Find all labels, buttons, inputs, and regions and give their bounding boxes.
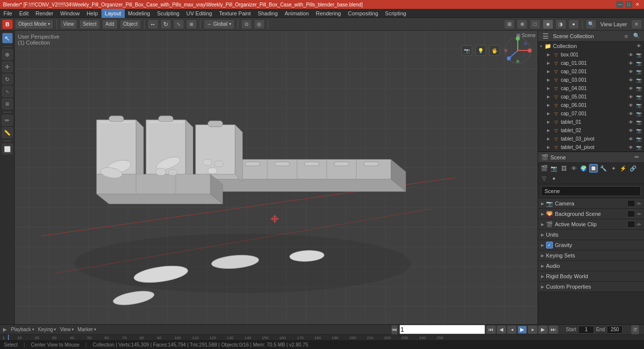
- menu-texture-paint[interactable]: Texture Paint: [215, 9, 254, 18]
- menu-layout[interactable]: Layout: [101, 9, 125, 18]
- add-menu-btn[interactable]: Add: [102, 19, 118, 29]
- collection-header[interactable]: ▾ 📁 Collection 👁: [538, 42, 644, 50]
- props-camera-header[interactable]: ▶ 📷 Camera ✏: [538, 199, 644, 208]
- object-menu-btn[interactable]: Object: [120, 19, 141, 29]
- transform-tool-btn[interactable]: ⊞: [2, 99, 13, 109]
- maximize-btn[interactable]: □: [625, 1, 632, 8]
- viewport[interactable]: User Perspective (1) Collection 📷 💡 🖐 X …: [15, 31, 538, 324]
- outline-item-cap05[interactable]: ▶ ▽ cap_05.001 👁 📷: [538, 93, 644, 101]
- menu-modeling[interactable]: Modeling: [125, 9, 154, 18]
- camera-edit-icon[interactable]: ✏: [637, 201, 641, 206]
- viewport-shading-solid[interactable]: ■: [543, 19, 553, 29]
- playback-menu-btn[interactable]: Playback ▾: [11, 327, 34, 332]
- menu-window[interactable]: Window: [57, 9, 83, 18]
- select-menu-btn[interactable]: Select: [79, 19, 100, 29]
- render-icon-tablet01[interactable]: 📷: [635, 119, 642, 126]
- props-edit-icon[interactable]: ✏: [632, 153, 641, 162]
- close-btn[interactable]: ✕: [634, 1, 641, 8]
- outliner-menu-icon[interactable]: ☰: [541, 32, 550, 41]
- object-mode-selector[interactable]: Object Mode ▾: [15, 19, 53, 29]
- fps-icon[interactable]: ⏱: [631, 325, 640, 335]
- movieclip-edit-icon[interactable]: ✏: [637, 222, 641, 227]
- rotate-tool-btn[interactable]: ↻: [2, 74, 13, 85]
- cursor-tool-btn[interactable]: ⊕: [2, 49, 13, 60]
- gizmo-toggle-icon[interactable]: ⊕: [517, 19, 528, 29]
- props-movieclip-header[interactable]: ▶ 🎬 Active Movie Clip ✏: [538, 219, 644, 229]
- outline-item-cap03[interactable]: ▶ ▽ cap_03.001 👁 📷: [538, 76, 644, 84]
- transform-scale-icon[interactable]: ⤡: [173, 19, 184, 29]
- vis-icon-tablet02[interactable]: 👁: [627, 127, 634, 134]
- menu-animation[interactable]: Animation: [281, 9, 312, 18]
- view-timeline-menu-btn[interactable]: View ▾: [60, 327, 74, 332]
- vis-icon-cap01[interactable]: 👁: [627, 60, 634, 67]
- viewport-nav-icon[interactable]: 🖐: [489, 45, 500, 56]
- props-constraints-icon[interactable]: 🔗: [629, 164, 638, 173]
- bgscene-edit-icon[interactable]: ✏: [637, 211, 641, 217]
- add-cube-btn[interactable]: ⬜: [2, 144, 13, 154]
- axis-nav-gizmo[interactable]: X Y Z: [503, 36, 533, 65]
- light-gizmo-icon[interactable]: 💡: [475, 45, 486, 56]
- render-icon-cap07[interactable]: 📷: [635, 110, 642, 117]
- render-icon-cap06[interactable]: 📷: [635, 102, 642, 109]
- search-scene-icon[interactable]: 🔍: [586, 19, 596, 29]
- jump-end-btn[interactable]: ⏭: [549, 326, 558, 334]
- props-modifier-icon[interactable]: 🔧: [599, 164, 608, 173]
- outline-item-tablet02[interactable]: ▶ ▽ tablet_02 👁 📷: [538, 126, 644, 135]
- props-particles-icon[interactable]: ✦: [609, 164, 618, 173]
- frame-skip-icon[interactable]: ⏮: [391, 325, 398, 335]
- props-audio-header[interactable]: ▶ Audio: [538, 261, 644, 271]
- render-icon-cap04[interactable]: 📷: [635, 85, 642, 92]
- transform-rotate-icon[interactable]: ↻: [160, 19, 171, 29]
- overlay-icon[interactable]: ⊞: [504, 19, 515, 29]
- camera-gizmo-icon[interactable]: 📷: [461, 45, 472, 56]
- vis-icon-cap03[interactable]: 👁: [627, 77, 634, 84]
- outline-item-tablet04[interactable]: ▶ ▽ tablet_04_pivot 👁 📷: [538, 143, 644, 151]
- viewport-shading-render[interactable]: ●: [568, 19, 579, 29]
- outline-item-tablet01[interactable]: ▶ ▽ tablet_01 👁 📷: [538, 118, 644, 126]
- props-bgscene-header[interactable]: ▶ 🌄 Background Scene ✏: [538, 209, 644, 219]
- vis-icon-box001[interactable]: 👁: [627, 51, 634, 58]
- move-tool-btn[interactable]: ✛: [2, 61, 13, 72]
- measure-btn[interactable]: 📏: [2, 127, 13, 138]
- camera-value-field[interactable]: [627, 200, 635, 207]
- render-icon-box001[interactable]: 📷: [635, 51, 642, 58]
- start-frame-input[interactable]: 1: [578, 326, 594, 334]
- gravity-checkbox[interactable]: ✓: [546, 242, 553, 249]
- vis-icon-cap02[interactable]: 👁: [627, 68, 634, 75]
- props-keying-header[interactable]: ▶ Keying Sets: [538, 250, 644, 260]
- outliner-search-icon[interactable]: 🔍: [632, 32, 641, 41]
- menu-scripting[interactable]: Scripting: [382, 9, 410, 18]
- props-physics-icon[interactable]: ⚡: [619, 164, 628, 173]
- select-tool-btn[interactable]: ↖: [2, 33, 13, 44]
- render-icon-cap03[interactable]: 📷: [635, 77, 642, 84]
- outline-item-cap01[interactable]: ▶ ▽ cap_01.001 👁 📷: [538, 59, 644, 67]
- vis-icon-tablet04[interactable]: 👁: [627, 144, 634, 151]
- props-rendertab-icon[interactable]: 📷: [549, 164, 558, 173]
- vis-icon-cap06[interactable]: 👁: [627, 102, 634, 109]
- scene-name-input[interactable]: Scene: [541, 186, 641, 196]
- render-icon-tablet04[interactable]: 📷: [635, 144, 642, 151]
- render-icon-cap01[interactable]: 📷: [635, 60, 642, 67]
- jump-start-btn[interactable]: ⏮: [487, 326, 495, 334]
- props-world-icon[interactable]: 🌍: [579, 164, 588, 173]
- bgscene-value-field[interactable]: [627, 210, 635, 217]
- props-scene-icon[interactable]: 🎬: [540, 164, 548, 173]
- props-units-header[interactable]: ▶ Units: [538, 230, 644, 240]
- menu-uv-editing[interactable]: UV Editing: [183, 9, 215, 18]
- vis-icon-tablet03[interactable]: 👁: [627, 136, 634, 143]
- next-frame-btn[interactable]: ▶: [539, 326, 547, 334]
- outline-item-cap07[interactable]: ▶ ▽ cap_07.001 👁 📷: [538, 109, 644, 118]
- menu-rendering[interactable]: Rendering: [312, 9, 345, 18]
- movieclip-value-field[interactable]: [627, 221, 635, 228]
- render-icon-cap02[interactable]: 📷: [635, 68, 642, 75]
- props-object-icon[interactable]: 🔲: [589, 164, 598, 173]
- scale-tool-btn[interactable]: ⤡: [2, 86, 13, 97]
- render-icon-cap05[interactable]: 📷: [635, 94, 642, 100]
- collection-vis-icon[interactable]: 👁: [635, 43, 642, 50]
- viewport-shading-wire[interactable]: □: [530, 19, 541, 29]
- vis-icon-cap05[interactable]: 👁: [627, 94, 634, 100]
- menu-sculpting[interactable]: Sculpting: [153, 9, 183, 18]
- view-menu-btn[interactable]: View: [60, 19, 78, 29]
- menu-compositing[interactable]: Compositing: [345, 9, 382, 18]
- outline-item-cap02[interactable]: ▶ ▽ cap_02.001 👁 📷: [538, 67, 644, 76]
